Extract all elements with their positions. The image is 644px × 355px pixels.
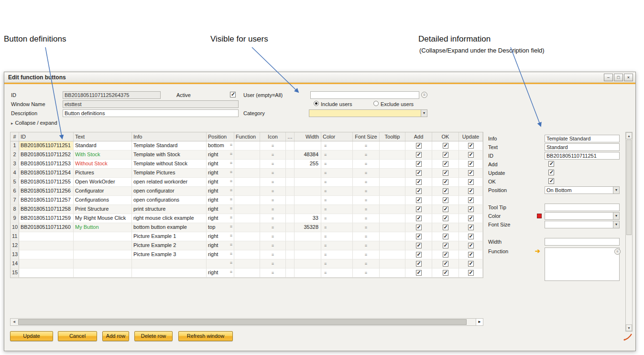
header-position[interactable]: Position (207, 132, 234, 141)
cell-tooltip[interactable] (380, 241, 405, 250)
cell-position[interactable]: right≡ (207, 151, 234, 160)
cell-info[interactable]: Picture Example 3 (132, 250, 207, 259)
cell-add[interactable] (405, 223, 432, 232)
cell-text[interactable]: With Stock (74, 151, 132, 160)
header-tooltip[interactable]: Tooltip (380, 132, 405, 141)
cell-ok[interactable] (432, 160, 459, 169)
cell-font-size[interactable]: ≡ (353, 241, 380, 250)
cell-ok[interactable] (432, 223, 459, 232)
cell-icon[interactable]: ≡ (260, 141, 286, 151)
link-icon[interactable]: ≡ (324, 171, 327, 175)
table-row[interactable]: 6BB201805110711256Configuratoropen confi… (11, 187, 483, 196)
cell-update[interactable] (459, 205, 483, 214)
cell-function[interactable] (234, 223, 260, 232)
cell-width[interactable] (295, 250, 321, 259)
cell-font-size[interactable]: ≡ (353, 178, 380, 187)
cell-id[interactable] (19, 241, 74, 250)
cell-position[interactable]: right≡ (207, 187, 234, 196)
refresh-window-button[interactable]: Refresh window (178, 331, 233, 341)
link-icon[interactable]: ≡ (365, 270, 367, 275)
cell-tooltip[interactable] (380, 232, 405, 241)
cell-icon[interactable]: ≡ (260, 205, 286, 214)
update-checkbox[interactable] (468, 197, 474, 203)
cell-font-size[interactable]: ≡ (353, 259, 380, 269)
detail-font-size-select[interactable]: ▾ (545, 221, 620, 228)
cell-color[interactable]: ≡ (321, 205, 353, 214)
cell-tooltip[interactable] (380, 151, 405, 160)
link-icon[interactable]: ≡ (324, 252, 327, 257)
exclude-users-label[interactable]: Exclude users (381, 101, 414, 107)
horizontal-scrollbar[interactable]: ◄ ► (10, 318, 483, 326)
cell-function[interactable] (234, 151, 260, 160)
cell-id[interactable] (19, 259, 74, 269)
cell-dots[interactable] (286, 196, 295, 205)
cell-function[interactable] (234, 214, 260, 223)
update-checkbox[interactable] (468, 161, 474, 167)
cell-text[interactable]: Print Structure (74, 205, 132, 214)
add-checkbox[interactable] (416, 152, 422, 158)
ok-checkbox[interactable] (443, 170, 448, 176)
cell-width[interactable] (295, 169, 321, 178)
cell-text[interactable]: Pictures (74, 169, 132, 178)
cell-ok[interactable] (432, 269, 459, 278)
cell-dots[interactable] (286, 259, 295, 269)
cell-color[interactable]: ≡ (321, 151, 353, 160)
cell-add[interactable] (405, 250, 432, 259)
cell-ok[interactable] (432, 178, 459, 187)
cell-update[interactable] (459, 178, 483, 187)
category-select[interactable]: ▾ (309, 109, 427, 117)
update-checkbox[interactable] (468, 243, 474, 248)
cell-id[interactable] (19, 269, 74, 278)
cell-position[interactable]: right≡ (207, 160, 234, 169)
link-icon[interactable]: ≡ (230, 151, 232, 159)
table-row[interactable]: 8BB201805110711258Print Structureprint s… (11, 205, 483, 214)
cell-info[interactable]: Template Standard (132, 141, 207, 151)
cell-font-size[interactable]: ≡ (353, 151, 380, 160)
cell-add[interactable] (405, 214, 432, 223)
cell-info[interactable]: open configurator (132, 187, 207, 196)
cell-dots[interactable] (286, 269, 295, 278)
cell-text[interactable] (74, 241, 132, 250)
detail-width-field[interactable] (545, 238, 620, 246)
link-icon[interactable]: ≡ (324, 189, 327, 194)
ok-checkbox[interactable] (443, 270, 448, 276)
link-icon[interactable]: ≡ (230, 170, 232, 177)
cell-update[interactable] (459, 250, 483, 259)
cell-ok[interactable] (432, 187, 459, 196)
header-id[interactable]: ID (19, 132, 74, 141)
ok-checkbox[interactable] (443, 179, 448, 185)
cell-position[interactable]: right≡ (207, 232, 234, 241)
cell-dots[interactable] (286, 223, 295, 232)
update-checkbox[interactable] (468, 261, 474, 267)
cell-width[interactable]: 255 (295, 160, 321, 169)
table-row[interactable]: 1BB201805110711251StandardTemplate Stand… (11, 141, 483, 151)
link-icon[interactable]: ≡ (324, 225, 327, 230)
add-checkbox[interactable] (416, 215, 422, 221)
header-add[interactable]: Add (405, 132, 432, 141)
cell-id[interactable]: BB201805110711257 (19, 196, 74, 205)
cell-update[interactable] (459, 241, 483, 250)
update-checkbox[interactable] (468, 215, 474, 221)
header-function[interactable]: Function (234, 132, 260, 141)
add-checkbox[interactable] (416, 252, 422, 258)
user-field[interactable] (310, 91, 419, 99)
cell-color[interactable]: ≡ (321, 187, 353, 196)
cell-color[interactable]: ≡ (321, 259, 353, 269)
scroll-right-icon[interactable]: ► (476, 319, 483, 325)
cell-width[interactable] (295, 241, 321, 250)
cell-position[interactable]: right≡ (207, 269, 234, 278)
cell-icon[interactable]: ≡ (260, 169, 286, 178)
cell-font-size[interactable]: ≡ (353, 250, 380, 259)
cell-position[interactable]: right≡ (207, 250, 234, 259)
cell-width[interactable] (295, 269, 321, 278)
table-row[interactable]: 9BB201805110711259My Right Mouse Clickri… (11, 214, 483, 223)
cell-tooltip[interactable] (380, 169, 405, 178)
vertical-scrollbar[interactable]: ▲ ▼ (625, 132, 633, 332)
ok-checkbox[interactable] (443, 252, 448, 258)
update-checkbox[interactable] (468, 234, 474, 239)
cell-text[interactable]: My Button (74, 223, 132, 232)
link-icon[interactable]: ≡ (324, 216, 327, 221)
link-icon[interactable]: ≡ (230, 215, 232, 223)
cell-add[interactable] (405, 169, 432, 178)
link-icon[interactable]: ≡ (230, 224, 232, 232)
